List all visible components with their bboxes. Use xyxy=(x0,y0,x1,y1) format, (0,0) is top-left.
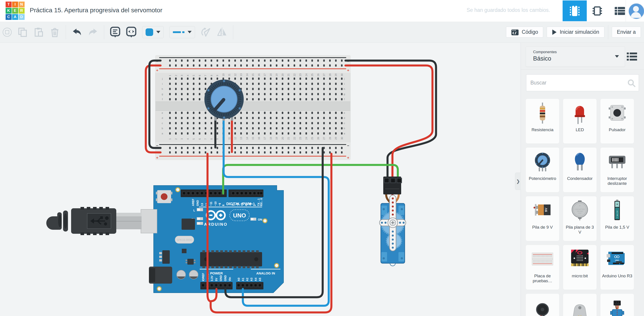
crystal-text: SPK16.000G xyxy=(177,239,192,242)
svg-text:a: a xyxy=(162,132,163,135)
capacitor-icon xyxy=(569,150,591,174)
component-tile-pulsador[interactable]: Pulsador xyxy=(600,99,634,143)
component-tile-placa-de-pruebas[interactable]: Placa de pruebas… xyxy=(526,245,559,290)
svg-text:A0: A0 xyxy=(237,278,240,281)
paste-button xyxy=(34,27,44,37)
svg-text:~9: ~9 xyxy=(218,203,222,206)
svg-text:9V: 9V xyxy=(544,208,548,212)
resistor-icon xyxy=(531,101,554,125)
eye-bubble-icon xyxy=(126,26,136,38)
svg-text:GND: GND xyxy=(219,275,222,281)
svg-text:14: 14 xyxy=(246,137,248,140)
svg-text:30: 30 xyxy=(340,137,343,140)
color-dropdown[interactable] xyxy=(142,26,164,38)
schematic-icon xyxy=(592,6,602,16)
toolbar: Código Iniciar simulación Enviar a xyxy=(0,22,644,43)
search-icon xyxy=(628,79,636,87)
code-button[interactable]: Código xyxy=(506,26,543,37)
led-icon xyxy=(569,101,591,125)
svg-text:~10: ~10 xyxy=(214,201,217,206)
svg-text:3: 3 xyxy=(180,75,183,76)
svg-text:A3: A3 xyxy=(250,278,253,281)
svg-text:28: 28 xyxy=(329,73,332,76)
svg-text:12: 12 xyxy=(234,137,236,140)
search-input[interactable] xyxy=(526,75,639,91)
project-title[interactable]: Práctica 15. Apertura progresiva del ser… xyxy=(30,7,162,14)
svg-text:16: 16 xyxy=(258,137,260,140)
component-tile-pila-plana-de-3-v[interactable]: +COIN BATTERYCR 20323.0VPila plana de 3 … xyxy=(563,196,596,241)
svg-text:12: 12 xyxy=(234,73,236,76)
component-tile-resistencia[interactable]: Resistencia xyxy=(526,99,559,143)
component-tile-partial-12[interactable] xyxy=(526,294,559,316)
svg-text:20: 20 xyxy=(281,73,284,76)
undo-button[interactable] xyxy=(72,27,82,37)
svg-text:COIN BATTERY: COIN BATTERY xyxy=(574,209,585,210)
flip-horizontal-icon xyxy=(217,27,227,37)
component-tile-arduino-uno-r3[interactable]: UNOArduino Uno R3 xyxy=(600,245,634,290)
avatar[interactable] xyxy=(628,3,644,19)
svg-text:23: 23 xyxy=(299,137,302,140)
component-tile-condensador[interactable]: Condensador xyxy=(563,147,596,192)
component-tile-led[interactable]: LED xyxy=(563,99,596,143)
svg-text:27: 27 xyxy=(323,73,325,76)
tinkercad-logo[interactable]: TIN KER CAD xyxy=(6,1,25,20)
chevron-down-icon xyxy=(615,55,619,58)
svg-text:15: 15 xyxy=(252,137,254,140)
svg-text:14: 14 xyxy=(246,73,248,76)
schematic-view-button[interactable] xyxy=(590,0,605,21)
svg-text:20: 20 xyxy=(281,137,284,140)
component-tile-potenci-metro[interactable]: Potenciómetro xyxy=(526,147,559,192)
svg-text:RX←0: RX←0 xyxy=(260,198,263,206)
svg-text:+: + xyxy=(347,156,349,160)
svg-text:CR 2032: CR 2032 xyxy=(577,211,583,212)
component-tile-micro-bit[interactable]: micro:bit xyxy=(563,245,596,290)
category-value: Básico xyxy=(533,55,551,62)
start-simulation-button[interactable]: Iniciar simulación xyxy=(547,26,604,37)
svg-text:−: − xyxy=(616,216,618,219)
wire-type-dropdown[interactable] xyxy=(170,26,195,38)
person-icon xyxy=(629,3,643,18)
svg-text:d: d xyxy=(344,117,345,119)
arduino-uno[interactable]: AREFGND1312~11~10~987~6~54~32TX→1RX←0 DI… xyxy=(149,186,284,293)
zoom-to-fit-button[interactable] xyxy=(3,28,12,37)
breadboard-view-button[interactable] xyxy=(562,0,587,21)
dc-motor-icon xyxy=(569,296,591,316)
svg-text:GND: GND xyxy=(224,275,227,281)
battery-aa-icon: +AA 1.5V− xyxy=(606,198,628,223)
chevron-down-icon xyxy=(156,31,160,33)
svg-text:~11: ~11 xyxy=(210,202,213,206)
chevron-down-icon xyxy=(188,31,192,33)
component-list-view-button[interactable] xyxy=(611,0,629,21)
vibration-motor-icon xyxy=(531,296,554,316)
svg-text:j: j xyxy=(162,77,162,80)
svg-text:21: 21 xyxy=(287,137,290,140)
svg-text:13: 13 xyxy=(240,73,242,76)
svg-text:h: h xyxy=(162,88,163,90)
component-tile-interruptor-deslizante[interactable]: Interruptor deslizante xyxy=(600,147,634,192)
svg-text:g: g xyxy=(344,93,345,95)
component-tile-partial-13[interactable] xyxy=(563,294,596,316)
component-tile-partial-14[interactable] xyxy=(600,294,634,316)
component-tile-label: Resistencia xyxy=(526,127,559,132)
notes-button[interactable] xyxy=(110,27,120,37)
component-tile-pila-de-1-5-v[interactable]: +AA 1.5V−Pila de 1,5 V xyxy=(600,196,634,241)
atmega-chip[interactable] xyxy=(200,250,262,268)
sidebar-collapse-tab[interactable]: ❯ xyxy=(515,173,521,190)
svg-text:A4: A4 xyxy=(254,278,258,281)
send-to-button[interactable]: Enviar a xyxy=(612,26,641,37)
annotation-visibility-button[interactable] xyxy=(126,27,136,37)
svg-text:4: 4 xyxy=(186,138,189,140)
list-view-toggle[interactable] xyxy=(626,51,638,62)
components-category-dropdown[interactable]: Componentes Básico xyxy=(526,46,625,67)
breadboard[interactable]: − + − + − + − + 112233445566778899101011… xyxy=(156,55,350,160)
copy-icon xyxy=(18,27,27,37)
svg-text:+: + xyxy=(616,203,618,206)
svg-text:17: 17 xyxy=(264,137,266,140)
svg-text:8: 8 xyxy=(210,138,213,140)
svg-text:6: 6 xyxy=(198,75,201,76)
svg-text:1: 1 xyxy=(168,138,171,140)
svg-text:−: − xyxy=(347,144,349,148)
component-tile-pila-de-9-v[interactable]: 9VPila de 9 V xyxy=(526,196,559,241)
svg-text:5V: 5V xyxy=(215,278,218,281)
component-tile-label: Interruptor deslizante xyxy=(600,176,634,186)
